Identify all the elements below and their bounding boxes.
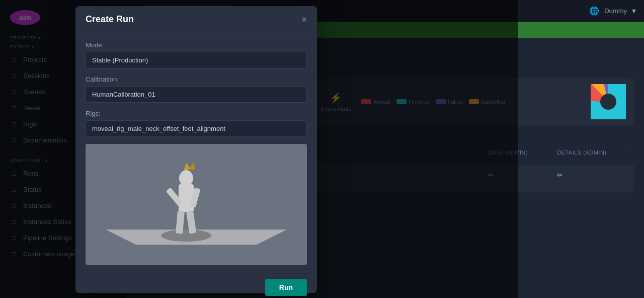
modal-title: Create Run (86, 14, 134, 25)
create-run-modal: Create Run × Mode: Calibration: Rigs: (75, 6, 317, 293)
user-dropdown-icon[interactable]: ▾ (632, 6, 636, 16)
col-details: Details (Admin) (557, 150, 626, 156)
topbar-user: Dummy (604, 7, 627, 15)
modal-body: Mode: Calibration: Rigs: (75, 33, 317, 273)
run-button[interactable]: Run (265, 279, 307, 296)
mode-input[interactable] (86, 52, 307, 68)
globe-icon: 🌐 (589, 6, 599, 16)
rigs-group: Rigs: (86, 110, 307, 137)
calibration-group: Calibration: (86, 76, 307, 103)
row-details-edit[interactable]: ✏ (557, 171, 626, 179)
modal-header: Create Run × (75, 6, 317, 33)
rigs-input[interactable] (86, 120, 307, 137)
pie-chart (591, 84, 626, 119)
rig-preview (86, 144, 307, 265)
rigs-label: Rigs: (86, 110, 307, 117)
calibration-label: Calibration: (86, 76, 307, 83)
svg-point-4 (600, 94, 616, 110)
modal-overlay: Create Run × Mode: Calibration: Rigs: (0, 0, 518, 298)
mode-group: Mode: (86, 41, 307, 68)
modal-close-button[interactable]: × (301, 15, 307, 24)
svg-point-7 (161, 230, 211, 242)
svg-rect-8 (179, 184, 194, 212)
topbar-right: 🌐 Dummy ▾ (589, 6, 636, 16)
modal-footer: Run (75, 273, 317, 298)
mode-label: Mode: (86, 41, 307, 49)
svg-point-9 (179, 170, 193, 186)
calibration-input[interactable] (86, 86, 307, 103)
rig-preview-svg (86, 144, 307, 265)
